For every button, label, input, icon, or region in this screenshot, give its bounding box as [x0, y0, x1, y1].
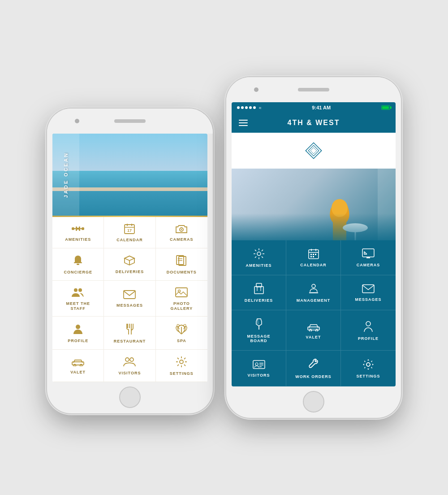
- phone2-menu-grid: AMENITIES: [232, 240, 396, 386]
- svg-point-13: [181, 229, 182, 230]
- svg-line-58: [262, 250, 263, 251]
- svg-point-51: [257, 252, 261, 256]
- p2-menu-cameras[interactable]: CAMERAS: [341, 240, 396, 275]
- phone2-top-hardware: [226, 77, 401, 102]
- amenities-label: AMENITIES: [65, 237, 91, 242]
- phone1-screen: JADE OCEAN: [52, 134, 207, 382]
- person-circle-icon: [363, 320, 374, 333]
- home-button-2[interactable]: [303, 391, 324, 412]
- menu-item-concierge[interactable]: CONCIERGE: [52, 248, 104, 281]
- monitor-icon: [362, 248, 375, 259]
- svg-rect-18: [177, 256, 184, 265]
- p2-menu-message-board[interactable]: MESSAGEBOARD: [232, 310, 286, 351]
- p2-visitors-label: VISITORS: [248, 373, 270, 378]
- wrench-icon: [308, 358, 319, 371]
- p2-menu-valet[interactable]: VALET: [286, 310, 341, 351]
- pushpin-icon: [254, 318, 264, 330]
- menu-item-visitors[interactable]: VISITORS: [104, 350, 155, 382]
- p2-menu-visitors[interactable]: VISITORS: [232, 351, 286, 386]
- signal-dot: [245, 106, 248, 109]
- menu-item-profile[interactable]: PROFILE: [52, 317, 104, 350]
- speaker-grille-2: [298, 88, 329, 91]
- menu-item-photo-gallery[interactable]: PHOTOGALLERY: [156, 281, 207, 317]
- photo-icon: [175, 287, 188, 298]
- p2-valet-label: VALET: [306, 335, 321, 340]
- p2-messages-label: MESSAGES: [355, 297, 381, 302]
- svg-line-56: [255, 250, 256, 251]
- svg-rect-5: [80, 228, 82, 229]
- diamond-logo: [302, 139, 325, 162]
- svg-point-77: [312, 284, 315, 288]
- menu-item-amenities[interactable]: AMENITIES: [52, 217, 104, 248]
- p2-deliveries-label: DELIVERIES: [245, 298, 273, 303]
- nav-title: 4TH & WEST: [288, 119, 340, 127]
- phone1-menu-grid: AMENITIES 17 C: [52, 217, 207, 382]
- spa-label: SPA: [177, 339, 186, 343]
- profile-label: PROFILE: [68, 339, 88, 343]
- p2-menu-calendar[interactable]: CALENDAR: [286, 240, 341, 275]
- svg-rect-73: [254, 287, 263, 294]
- home-button[interactable]: [119, 386, 141, 408]
- jade-header-image: JADE OCEAN: [52, 134, 207, 216]
- svg-rect-68: [313, 256, 314, 257]
- messages-label: MESSAGES: [116, 303, 143, 308]
- menu-item-spa[interactable]: SPA: [156, 317, 207, 350]
- person-desk-icon: [308, 283, 319, 295]
- p2-menu-deliveries[interactable]: DELIVERIES: [232, 275, 286, 310]
- p2-menu-profile[interactable]: PROFILE: [341, 310, 396, 351]
- p2-amenities-label: AMENITIES: [246, 263, 271, 268]
- settings-label: SETTINGS: [170, 371, 194, 376]
- calendar-label: CALENDAR: [116, 238, 143, 243]
- p2-management-label: MANAGEMENT: [297, 298, 331, 303]
- p2-menu-amenities[interactable]: AMENITIES: [232, 240, 286, 275]
- hamburger-line: [239, 122, 248, 123]
- people-icon: [71, 287, 85, 298]
- signal-dot: [249, 106, 252, 109]
- status-time: 9:41 AM: [312, 105, 331, 110]
- menu-item-documents[interactable]: DOCUMENTS: [156, 248, 207, 281]
- status-bar: ≈ 9:41 AM: [232, 102, 396, 113]
- svg-point-23: [78, 288, 82, 292]
- p2-menu-settings[interactable]: SETTINGS: [341, 351, 396, 386]
- svg-rect-66: [315, 254, 316, 255]
- signal-dot: [237, 106, 240, 109]
- wifi-icon: ≈: [259, 105, 262, 110]
- menu-item-settings[interactable]: SETTINGS: [156, 350, 207, 382]
- svg-line-81: [258, 319, 258, 324]
- hamburger-menu[interactable]: [239, 120, 248, 126]
- car-icon: [72, 357, 84, 366]
- calendar-icon: 17: [124, 223, 135, 234]
- svg-point-88: [255, 363, 258, 365]
- p2-menu-work-orders[interactable]: WORK ORDERS: [286, 351, 341, 386]
- menu-item-cameras[interactable]: CAMERAS: [156, 217, 207, 248]
- battery-icon: [381, 105, 390, 110]
- jade-logo-overlay: JADE OCEAN: [52, 134, 79, 216]
- svg-point-34: [125, 358, 129, 361]
- svg-rect-64: [310, 254, 312, 255]
- svg-line-59: [255, 256, 256, 258]
- menu-item-calendar[interactable]: 17 CALENDAR: [104, 217, 155, 248]
- front-camera: [75, 119, 79, 123]
- svg-rect-19: [179, 256, 186, 265]
- calendar-grid-icon: [308, 248, 319, 259]
- meet-staff-label: MEET THESTAFF: [66, 301, 90, 311]
- dumbbell-icon: [72, 224, 84, 234]
- menu-item-deliveries[interactable]: DELIVERIES: [104, 248, 155, 281]
- signal-dot: [241, 106, 244, 109]
- signal-dots: ≈: [237, 105, 262, 110]
- menu-item-valet[interactable]: VALET: [52, 350, 104, 382]
- restaurant-label: RESTAURANT: [114, 339, 146, 344]
- sun-icon: [176, 356, 187, 368]
- battery-fill: [382, 106, 389, 109]
- p2-work-orders-label: WORK ORDERS: [295, 374, 332, 379]
- sun-burst-icon: [253, 248, 265, 260]
- p2-menu-management[interactable]: MANAGEMENT: [286, 275, 341, 310]
- signal-dot: [253, 106, 256, 109]
- svg-rect-65: [313, 254, 314, 255]
- menu-item-meet-staff[interactable]: MEET THESTAFF: [52, 281, 104, 317]
- svg-line-44: [177, 365, 179, 366]
- bell-icon: [73, 255, 83, 266]
- menu-item-messages[interactable]: MESSAGES: [104, 281, 155, 317]
- p2-menu-messages[interactable]: MESSAGES: [341, 275, 396, 310]
- menu-item-restaurant[interactable]: RESTAURANT: [104, 317, 155, 350]
